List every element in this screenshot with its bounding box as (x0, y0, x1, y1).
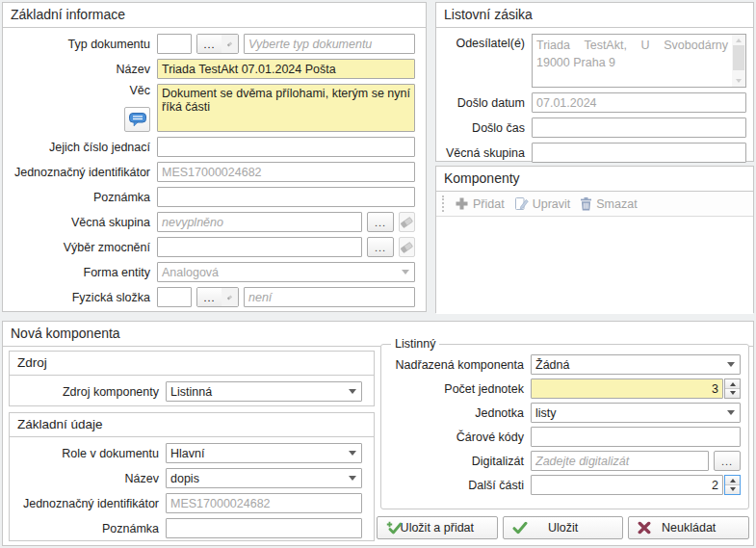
role-label: Role v dokumentu (10, 447, 166, 460)
odesilatel-scrollbar[interactable] (732, 35, 745, 87)
row-poznamka: Poznámka (3, 187, 415, 207)
scroll-up-icon[interactable] (732, 35, 745, 45)
komponenta-poznamka-input[interactable] (166, 518, 362, 538)
forma-entity-combobox: Analogová (157, 262, 415, 282)
komponenta-nazev-value: dopis (167, 472, 343, 485)
group-title: Základní údaje (10, 413, 374, 437)
odesilatel-label: Odesílatel(é) (436, 34, 532, 50)
poznamka-label: Poznámka (3, 191, 157, 204)
chevron-down-icon (396, 263, 414, 281)
chevron-down-icon[interactable] (721, 355, 740, 374)
panel-listovni-zasika: Listovní zásika Odesílatel(é) Triada Tes… (435, 2, 754, 162)
odesilatel-value: Triada TestAkt, U Svobodárny 19000 Praha… (533, 35, 732, 87)
typ-dokumentu-clear-button[interactable] (222, 35, 238, 53)
zdroj-komponenty-combobox[interactable]: Listinná (166, 381, 362, 402)
speech-bubble-icon (129, 113, 146, 127)
chevron-down-icon[interactable] (721, 404, 740, 422)
neukladat-button[interactable]: Neukládat (628, 516, 749, 539)
jednotka-label: Jednotka (389, 406, 531, 420)
group-zakladni-udaje: Základní údaje Role v dokumentu Hlavní N… (9, 412, 375, 541)
row-zasika-vecna-skupina: Věcná skupina (436, 143, 746, 163)
jednotka-combobox[interactable]: listy (531, 403, 741, 423)
digitalizat-input[interactable] (531, 451, 709, 471)
role-combobox[interactable]: Hlavní (166, 443, 362, 463)
zasika-vecna-skupina-label: Věcná skupina (436, 146, 532, 160)
row-forma-entity: Forma entity Analogová (3, 262, 415, 282)
cancel-x-icon (638, 522, 651, 535)
spin-down-icon[interactable] (725, 485, 740, 494)
toolbar-grip-handle[interactable] (442, 196, 447, 212)
nazev-input[interactable] (157, 59, 415, 79)
row-vyber-zmocneni: Výběr zmocnění ... (3, 237, 415, 257)
panel-komponenty: Komponenty Přidat Upravit Smazat (435, 166, 754, 313)
smazat-button[interactable]: Smazat (580, 196, 637, 211)
komponenta-nazev-combobox[interactable]: dopis (166, 468, 362, 488)
dalsi-casti-spinner (724, 475, 741, 495)
vyber-zmocneni-clear-button[interactable] (399, 237, 415, 257)
poznamka-input[interactable] (157, 187, 415, 207)
typ-dokumentu-input[interactable] (244, 34, 415, 54)
zdroj-komponenty-value: Listinná (167, 385, 343, 399)
spin-up-icon[interactable] (725, 379, 740, 389)
vec-textarea[interactable]: Dokument se dvěma přílohami, kterým se n… (157, 84, 415, 132)
row-doslo-datum: Došlo datum (436, 92, 746, 113)
row-odesilatel: Odesílatel(é) Triada TestAkt, U Svobodár… (436, 34, 746, 88)
row-identifikator: Jednoznačný identifikátor (3, 162, 415, 182)
group-title: Listinný (391, 337, 439, 351)
komponenta-identifikator-label: Jednoznačný identifikátor (10, 497, 166, 510)
chevron-down-icon[interactable] (343, 444, 361, 462)
doslo-cas-input[interactable] (532, 117, 746, 138)
vyber-zmocneni-label: Výběr zmocnění (3, 241, 157, 254)
spin-down-icon[interactable] (725, 389, 740, 398)
group-title: Zdroj (10, 352, 374, 376)
typ-dokumentu-picker-group: ... (196, 34, 239, 54)
save-check-icon (512, 522, 528, 535)
pocet-jednotek-input[interactable] (531, 378, 723, 399)
komponenty-empty-list[interactable] (436, 217, 753, 314)
typ-dokumentu-browse-button[interactable]: ... (197, 35, 222, 53)
vecna-skupina-input[interactable] (157, 212, 362, 232)
ulozit-button[interactable]: Uložit (503, 516, 624, 539)
chevron-down-icon[interactable] (343, 469, 361, 487)
row-komponenta-identifikator: Jednoznačný identifikátor (10, 493, 362, 513)
edit-icon (514, 196, 529, 211)
eraser-icon (227, 292, 232, 303)
note-bubble-button[interactable] (124, 107, 150, 132)
row-dalsi-casti: Další části (389, 475, 741, 495)
vecna-skupina-clear-button[interactable] (399, 212, 415, 232)
vyber-zmocneni-browse-button[interactable]: ... (367, 237, 394, 257)
scroll-down-icon[interactable] (732, 76, 745, 87)
fyzicka-slozka-code-input[interactable] (157, 287, 192, 307)
row-typ-dokumentu: Typ dokumentu ... (3, 34, 415, 54)
vecna-skupina-browse-button[interactable]: ... (367, 212, 394, 232)
zasika-vecna-skupina-input[interactable] (532, 143, 746, 163)
fyzicka-slozka-clear-button[interactable] (222, 288, 238, 306)
pridat-button[interactable]: Přidat (455, 196, 505, 211)
ulozit-a-pridat-button[interactable]: Uložit a přidat (377, 516, 498, 539)
dalsi-casti-input[interactable] (531, 475, 723, 495)
carove-kody-input[interactable] (531, 427, 741, 447)
vyber-zmocneni-input[interactable] (157, 237, 362, 257)
plus-icon (455, 196, 469, 211)
upravit-button[interactable]: Upravit (514, 196, 571, 211)
typ-dokumentu-label: Typ dokumentu (3, 38, 157, 51)
scrollbar-thumb[interactable] (733, 45, 744, 70)
doslo-datum-label: Došlo datum (436, 96, 532, 110)
trash-icon (580, 196, 592, 211)
row-komponenta-poznamka: Poznámka (10, 518, 362, 538)
fyzicka-slozka-browse-button[interactable]: ... (197, 288, 222, 306)
fyzicka-slozka-input[interactable] (244, 287, 415, 307)
chevron-down-icon[interactable] (343, 382, 361, 401)
typ-dokumentu-code-input[interactable] (157, 34, 192, 54)
spin-up-icon[interactable] (725, 476, 740, 485)
group-zdroj: Zdroj Zdroj komponenty Listinná (9, 351, 375, 406)
jejich-cislo-input[interactable] (157, 137, 415, 157)
group-listinny: Listinný Nadřazená komponenta Žádná Poče… (380, 337, 749, 509)
fyzicka-slozka-picker-group: ... (196, 287, 239, 307)
pocet-jednotek-spinner (724, 378, 741, 399)
nadrazena-combobox[interactable]: Žádná (531, 354, 741, 375)
row-digitalizat: Digitalizát ... (389, 451, 741, 471)
digitalizat-browse-button[interactable]: ... (714, 451, 741, 471)
jejich-cislo-label: Jejich číslo jednací (3, 141, 157, 154)
zdroj-komponenty-label: Zdroj komponenty (10, 385, 166, 399)
